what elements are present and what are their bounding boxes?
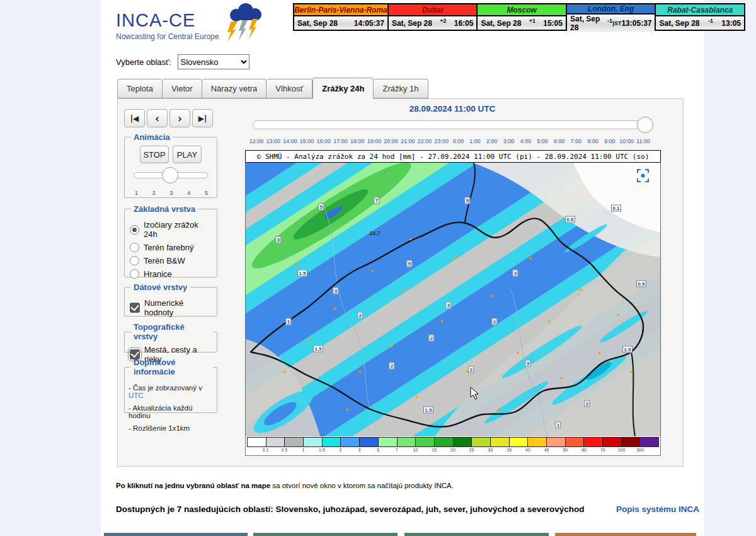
clock-time: 15:05 — [543, 19, 563, 28]
clock-offset: +2 — [440, 18, 446, 24]
legend-label: 300 — [636, 448, 644, 452]
next-step-button[interactable]: › — [169, 109, 190, 127]
clock-time: 13:05 — [721, 19, 741, 28]
map-value-label: 5 — [406, 260, 412, 267]
timeline-slider[interactable] — [253, 120, 652, 129]
tab-content-panel: |◀ ‹ › ▶| 28.09.2024 11:00 UTC 12:0013:0… — [117, 98, 684, 467]
last-step-button[interactable]: ▶| — [192, 109, 213, 127]
legend-cell — [584, 438, 603, 446]
radio-label: Terén B&W — [144, 256, 185, 265]
footer-regions-text: Dostupných je 7 nasledujúcich oblastí: S… — [116, 504, 584, 514]
radio-izociary-zrazok-24h[interactable] — [130, 225, 139, 235]
timeline-tick: 3:00 — [503, 138, 515, 144]
legend-label: 2 — [340, 448, 342, 452]
animation-speed-slider[interactable] — [134, 172, 208, 178]
tab-teplota[interactable]: Teplota — [117, 79, 163, 98]
region-select[interactable]: Slovensko — [178, 54, 249, 69]
speed-scale-label: 3 — [169, 190, 173, 196]
map-value-label: 3 — [525, 360, 530, 367]
timeline-tick: 1:00 — [469, 138, 481, 144]
clock-column: Berlin-Paris-Vienna-Roma Sat, Sep 28 14:… — [294, 4, 389, 30]
legend-label: 45 — [544, 448, 549, 452]
info-line-3: - Rozlišenie 1x1km — [129, 424, 213, 432]
legend-label: 20 — [450, 448, 455, 452]
legend-cell — [323, 438, 341, 446]
clock-date: Sat, Sep 28 — [392, 19, 432, 28]
map-value-label: 5 — [318, 204, 324, 211]
play-button[interactable]: PLAY — [173, 146, 202, 163]
data-layers-panel: Dátové vrstvy Numerické hodnoty — [124, 283, 217, 317]
clock-date: Sat, Sep 28 — [659, 19, 699, 28]
clock-time: 16:05 — [454, 19, 474, 28]
radio-label: Hranice — [144, 269, 172, 279]
map-value-label: 0.1 — [611, 205, 621, 212]
timeline-tick: 10:00 — [619, 138, 634, 144]
legend-label: 5 — [377, 448, 379, 452]
data-layers-title: Dátové vrstvy — [131, 283, 190, 292]
footer-note-bold: Po kliknutí na jednu vybranú oblasť na m… — [116, 482, 270, 489]
legend-cell — [266, 438, 285, 446]
previous-step-button[interactable]: ‹ — [147, 109, 168, 127]
map-value-label: 0.5 — [565, 216, 575, 223]
clock-column: Rabat-Casablanca Sat, Sep 28 -1 13:05 — [656, 4, 744, 30]
map-value-label: 2 — [428, 335, 434, 342]
clock-column: London, Eng Sat, Sep 28 -1 )ST 13:05:37 — [567, 4, 656, 30]
legend-cell — [547, 438, 566, 446]
legend-label: 25 — [469, 448, 474, 452]
info-panel-title: Doplnkové informácie — [131, 358, 213, 376]
timeline-slider-handle[interactable] — [637, 117, 653, 133]
legend-cell — [640, 438, 658, 446]
timeline-tick: 6:00 — [554, 138, 565, 144]
timeline-tick: 11:00 — [636, 138, 650, 144]
radio-teren-farebny[interactable] — [130, 243, 139, 252]
clock-offset: +1 — [529, 18, 536, 24]
map-value-label: 2 — [389, 363, 394, 370]
timeline-tick: 19:00 — [367, 138, 382, 144]
map-value-label: 3 — [445, 302, 451, 309]
legend-cell — [603, 438, 622, 446]
speed-scale-label: 1 — [135, 190, 138, 196]
tab-zrazky-1h[interactable]: Zrážky 1h — [374, 79, 428, 98]
popis-systemu-inca-link[interactable]: Popis systému INCA — [616, 504, 699, 514]
map-title: © SHMÚ - Analýza zrážok za 24 hod [mm] -… — [245, 150, 661, 163]
map-value-label: 3 — [512, 270, 518, 277]
bottom-panel-edge-3 — [404, 533, 549, 536]
radio-teren-bw[interactable] — [130, 256, 139, 265]
radio-label: Terén farebný — [144, 243, 194, 252]
legend-label: 1 — [302, 448, 304, 452]
timeline-tick: 4:00 — [520, 138, 531, 144]
utc-link[interactable]: UTC — [129, 392, 144, 399]
clock-date: Sat, Sep 28 — [481, 19, 521, 28]
checkbox-numericke-hodnoty[interactable] — [130, 303, 140, 313]
legend-cell — [622, 438, 641, 446]
legend-cell — [472, 438, 491, 446]
clock-city-name: Dubai — [389, 4, 477, 16]
timeline-tick: 22:00 — [418, 138, 432, 144]
timeline-tick: 23:00 — [434, 138, 449, 144]
legend-label: 15 — [432, 448, 437, 452]
legend-cell — [454, 438, 472, 446]
tab-zrazky-24h[interactable]: Zrážky 24h — [312, 78, 374, 99]
tab-vietor[interactable]: Vietor — [163, 79, 202, 98]
timeline-tick: 8:00 — [587, 138, 598, 144]
legend-value-labels: 0.10.511.5235710152025303540455060701003… — [247, 447, 659, 455]
legend-cell — [435, 438, 454, 446]
stop-button[interactable]: STOP — [140, 146, 169, 163]
radio-hranice[interactable] — [130, 269, 139, 279]
legend-label: 50 — [563, 448, 568, 452]
tab-vlhkost[interactable]: Vlhkosť — [266, 79, 312, 98]
timeline-tick: 15:00 — [300, 138, 314, 144]
precipitation-map[interactable]: 3524.71.5311.52273221.52330.50.10.51.521… — [245, 163, 661, 436]
timeline-tick: 2:00 — [486, 138, 498, 144]
tab-narazy-vetra[interactable]: Nárazy vetra — [202, 79, 267, 98]
first-step-button[interactable]: |◀ — [124, 109, 145, 127]
radio-label: Izočiary zrážok 24h — [144, 220, 213, 239]
legend-label: 3 — [358, 448, 360, 452]
map-value-label: 2 — [468, 366, 474, 373]
clock-date: Sat, Sep 28 — [297, 19, 338, 28]
bottom-panel-edge-2 — [253, 533, 398, 536]
animation-panel-title: Animácia — [131, 132, 173, 142]
animation-panel: Animácia STOP PLAY 12345 — [124, 132, 217, 198]
timeline-tick: 12:00 — [249, 138, 264, 144]
animation-speed-handle[interactable] — [162, 167, 178, 184]
